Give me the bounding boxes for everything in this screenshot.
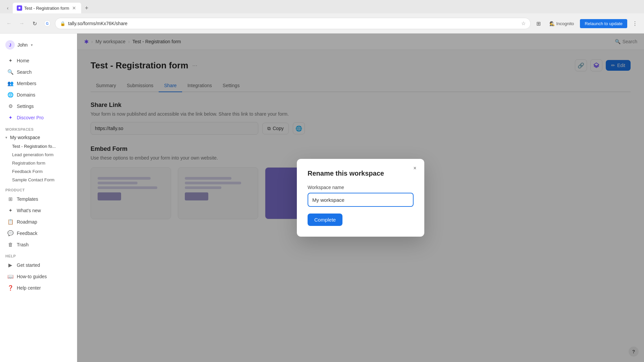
svg-text:G: G [46,22,49,25]
workspace-chevron-icon: ▾ [5,135,7,140]
domains-label: Domains [17,92,35,98]
reload-button[interactable]: ↻ [30,18,40,28]
form-item-lead-gen[interactable]: Lead generation form [0,150,77,159]
incognito-icon: 🕵 [549,21,555,26]
browser-nav: ← → ↻ G 🔒 tally.so/forms/mKx76K/share ☆ … [0,13,644,34]
user-avatar: J [5,40,15,50]
lock-icon: 🔒 [60,21,65,26]
settings-icon: ⚙ [7,103,13,109]
trash-icon: 🗑 [7,242,13,247]
settings-label: Settings [17,104,34,109]
roadmap-label: Roadmap [17,219,37,225]
trash-label: Trash [17,242,29,247]
workspace-name-input[interactable] [308,193,414,207]
get-started-label: Get started [17,262,40,268]
bookmark-icon[interactable]: ☆ [521,20,526,26]
templates-label: Templates [17,196,38,202]
sidebar-item-templates[interactable]: ⊞ Templates [2,193,75,205]
extensions-button[interactable]: ⊞ [533,18,543,28]
url-text: tally.so/forms/mKx76K/share [68,21,519,26]
whats-new-icon: ✦ [7,207,13,214]
address-bar[interactable]: 🔒 tally.so/forms/mKx76K/share ☆ [55,18,531,29]
browser-tab-active[interactable]: ✱ Test - Registration form ✕ [13,3,81,13]
workspace-name-label: Workspace name [308,185,414,190]
form-item-label: Lead generation form [12,152,54,157]
rename-workspace-modal: × Rename this workspace Workspace name C… [297,159,424,237]
sidebar-item-roadmap[interactable]: 📋 Roadmap [2,216,75,228]
nav-right-actions: ⊞ 🕵 Incognito Relaunch to update ⋮ [533,18,640,28]
sidebar-item-how-to[interactable]: 📖 How-to guides [2,271,75,282]
workspaces-section-label: Workspaces [0,123,77,133]
sidebar-item-settings[interactable]: ⚙ Settings [2,101,75,112]
members-icon: 👥 [7,80,13,86]
product-section-label: Product [0,184,77,193]
form-item-reg-form[interactable]: Registration form [0,159,77,167]
search-label: Search [17,69,32,75]
get-started-icon: ▶ [7,262,13,268]
templates-icon: ⊞ [7,196,13,202]
sidebar: J John ▾ ✦ Home 🔍 Search 👥 Members 🌐 Dom… [0,34,77,362]
browser-chrome: ‹ ✱ Test - Registration form ✕ + ← → ↻ G… [0,0,644,34]
roadmap-icon: 📋 [7,219,13,225]
new-tab-button[interactable]: + [81,3,92,13]
domains-icon: 🌐 [7,92,13,98]
modal-title: Rename this workspace [308,170,414,177]
form-item-contact-form[interactable]: Sample Contact Form [0,176,77,184]
app-container: J John ▾ ✦ Home 🔍 Search 👥 Members 🌐 Dom… [0,34,644,362]
sidebar-item-whats-new[interactable]: ✦ What's new [2,205,75,216]
user-name: John [17,42,28,48]
menu-button[interactable]: ⋮ [630,18,640,28]
incognito-label: Incognito [556,21,574,26]
whats-new-label: What's new [17,208,41,213]
sidebar-item-home[interactable]: ✦ Home [2,55,75,66]
tab-close-button[interactable]: ✕ [71,5,77,11]
form-item-label: Test - Registration fo... [12,144,56,149]
sidebar-item-feedback[interactable]: 💬 Feedback [2,228,75,239]
sidebar-item-trash[interactable]: 🗑 Trash [2,239,75,250]
google-icon: G [44,20,51,27]
sidebar-item-members[interactable]: 👥 Members [2,78,75,89]
tab-title: Test - Registration form [24,6,69,11]
back-button[interactable]: ← [4,18,14,28]
help-section-label: Help [0,250,77,259]
home-label: Home [17,58,29,63]
how-to-icon: 📖 [7,274,13,280]
forward-button[interactable]: → [17,18,27,28]
discover-pro-icon: ✦ [7,115,13,121]
form-item-test-reg[interactable]: Test - Registration fo... [0,142,77,150]
chevron-down-icon: ▾ [31,43,33,47]
sidebar-item-domains[interactable]: 🌐 Domains [2,89,75,101]
form-item-label: Registration form [12,161,45,166]
incognito-badge[interactable]: 🕵 Incognito [546,20,577,27]
how-to-label: How-to guides [17,274,47,279]
relaunch-button[interactable]: Relaunch to update [580,19,627,28]
sidebar-item-help-center[interactable]: ❓ Help center [2,282,75,294]
user-menu[interactable]: J John ▾ [0,38,77,55]
modal-close-button[interactable]: × [410,164,420,173]
modal-overlay: × Rename this workspace Workspace name C… [77,34,644,362]
browser-tabs: ‹ ✱ Test - Registration form ✕ + [0,0,644,13]
feedback-label: Feedback [17,231,37,236]
sidebar-item-discover-pro[interactable]: ✦ Discover Pro [2,112,75,123]
home-icon: ✦ [7,58,13,64]
help-center-icon: ❓ [7,285,13,291]
tab-favicon: ✱ [17,5,22,11]
form-item-label: Sample Contact Form [12,177,54,182]
search-icon: 🔍 [7,69,13,75]
tab-strip-back[interactable]: ‹ [3,3,13,13]
discover-pro-label: Discover Pro [17,115,44,120]
feedback-icon: 💬 [7,230,13,236]
help-center-label: Help center [17,285,41,291]
sidebar-item-search[interactable]: 🔍 Search [2,66,75,78]
workspace-item[interactable]: ▾ My workspace [0,133,77,142]
members-label: Members [17,81,36,86]
form-item-feedback-form[interactable]: Feedback Form [0,167,77,176]
complete-button[interactable]: Complete [308,214,342,226]
form-item-label: Feedback Form [12,169,43,174]
workspace-name: My workspace [10,135,40,140]
sidebar-item-get-started[interactable]: ▶ Get started [2,259,75,271]
